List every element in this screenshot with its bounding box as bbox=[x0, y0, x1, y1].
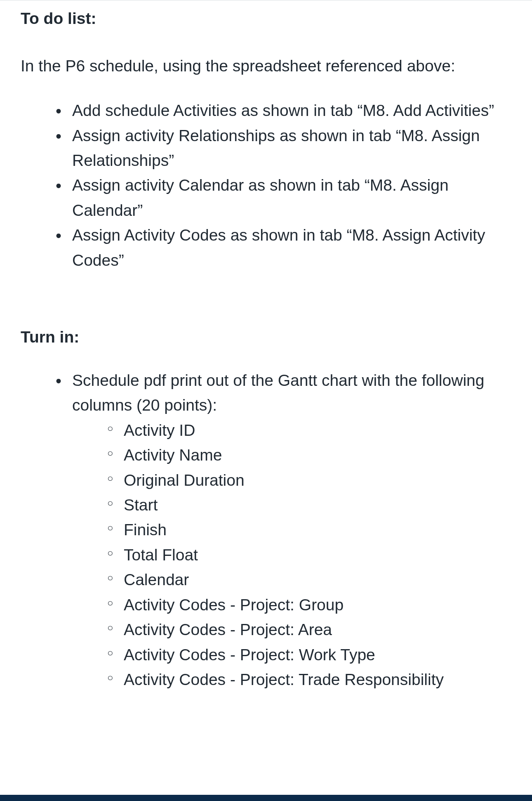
turnin-heading: Turn in: bbox=[21, 326, 511, 348]
list-item: Assign Activity Codes as shown in tab “M… bbox=[56, 223, 511, 273]
list-item: Activity Name bbox=[107, 443, 511, 468]
list-item: Start bbox=[107, 493, 511, 517]
todo-intro-text: In the P6 schedule, using the spreadshee… bbox=[21, 54, 511, 78]
turnin-list: Schedule pdf print out of the Gantt char… bbox=[21, 368, 511, 692]
list-item: Assign activity Calendar as shown in tab… bbox=[56, 173, 511, 223]
todo-list: Add schedule Activities as shown in tab … bbox=[21, 98, 511, 273]
list-item: Activity ID bbox=[107, 418, 511, 443]
list-item: Finish bbox=[107, 517, 511, 542]
list-item: Schedule pdf print out of the Gantt char… bbox=[56, 368, 511, 692]
list-item: Activity Codes - Project: Work Type bbox=[107, 643, 511, 667]
list-item: Assign activity Relationships as shown i… bbox=[56, 123, 511, 173]
list-item: Add schedule Activities as shown in tab … bbox=[56, 98, 511, 123]
list-item: Total Float bbox=[107, 543, 511, 567]
todo-heading: To do list: bbox=[21, 8, 511, 30]
list-item: Activity Codes - Project: Group bbox=[107, 593, 511, 617]
turnin-item-text: Schedule pdf print out of the Gantt char… bbox=[72, 371, 484, 414]
footer-bar bbox=[0, 795, 532, 801]
columns-sublist: Activity ID Activity Name Original Durat… bbox=[72, 418, 511, 692]
list-item: Activity Codes - Project: Area bbox=[107, 617, 511, 642]
list-item: Calendar bbox=[107, 567, 511, 592]
document-page: To do list: In the P6 schedule, using th… bbox=[0, 0, 532, 801]
list-item: Original Duration bbox=[107, 468, 511, 493]
list-item: Activity Codes - Project: Trade Responsi… bbox=[107, 667, 511, 692]
